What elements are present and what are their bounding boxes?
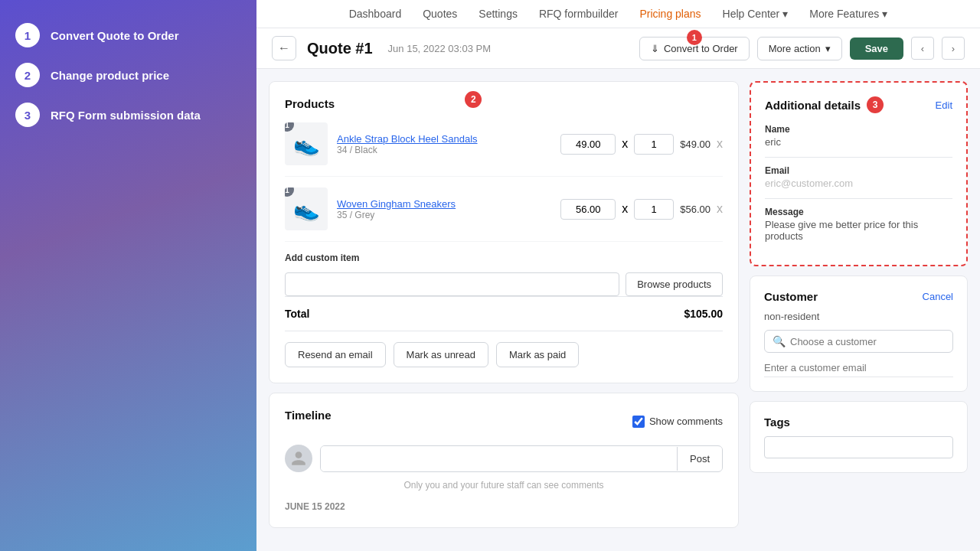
product-name-2[interactable]: Woven Gingham Sneakers — [337, 198, 551, 210]
page-title: Quote #1 — [307, 40, 373, 57]
product-qty-badge-2: 1 — [285, 187, 294, 197]
show-comments-wrap: Show comments — [632, 416, 723, 428]
product-qty-input-1[interactable] — [634, 134, 674, 155]
nav-more-features[interactable]: More Features ▾ — [809, 8, 887, 20]
post-button[interactable]: Post — [677, 447, 722, 471]
resend-email-button[interactable]: Resend an email — [285, 342, 386, 367]
product-variant-1: 34 / Black — [337, 145, 551, 155]
page-header: ← Quote #1 Jun 15, 2022 03:03 PM 1 ⇓ Con… — [256, 28, 980, 69]
show-comments-checkbox[interactable] — [632, 416, 645, 428]
left-panel: Products 2 1 👟 Ankle Strap Block Heel Sa… — [269, 81, 739, 539]
divider-2 — [765, 198, 952, 199]
right-panel: Additional details 3 Edit Name eric Emai… — [750, 81, 968, 539]
convert-badge: 1 — [687, 30, 702, 45]
nav-settings[interactable]: Settings — [479, 8, 518, 20]
tags-card: Tags — [750, 401, 968, 473]
name-field: Name eric — [765, 124, 952, 148]
nav-dashboard[interactable]: Dashboard — [349, 8, 402, 20]
products-card: Products 2 1 👟 Ankle Strap Block Heel Sa… — [269, 81, 739, 383]
times-icon-1: x — [622, 137, 628, 151]
products-title: Products — [285, 97, 335, 110]
browse-products-button[interactable]: Browse products — [626, 272, 723, 296]
name-label: Name — [765, 124, 952, 135]
product-remove-2[interactable]: x — [717, 202, 723, 216]
total-row: Total $105.00 — [285, 296, 723, 331]
product-total-2: $56.00 — [680, 204, 710, 215]
show-comments-label: Show comments — [649, 416, 723, 427]
more-action-button[interactable]: More action ▾ — [757, 37, 842, 60]
save-button[interactable]: Save — [850, 37, 903, 60]
add-custom-section: Add custom item Browse products — [285, 253, 723, 296]
main-content: Dashboard Quotes Settings RFQ formbuilde… — [256, 0, 980, 551]
add-custom-row: Browse products — [285, 272, 723, 296]
comment-input-wrap: Post — [320, 445, 723, 472]
total-value: $105.00 — [684, 308, 723, 320]
customer-title: Customer — [764, 290, 818, 303]
product-remove-1[interactable]: x — [717, 137, 723, 151]
product-qty-badge-1: 1 — [285, 122, 294, 132]
tags-title: Tags — [764, 416, 953, 429]
message-field: Message Please give me better price for … — [765, 207, 952, 242]
content-area: Products 2 1 👟 Ankle Strap Block Heel Sa… — [256, 69, 980, 551]
customer-card: Customer Cancel non-resident 🔍 — [750, 276, 968, 392]
product-row-2: 1 👟 Woven Gingham Sneakers 35 / Grey x $… — [285, 187, 723, 242]
search-icon: 🔍 — [773, 335, 786, 347]
customer-cancel-link[interactable]: Cancel — [923, 291, 953, 302]
nav-rfq-formbuilder[interactable]: RFQ formbuilder — [539, 8, 618, 20]
timeline-card: Timeline Show comments Post Only you — [269, 393, 739, 528]
chevron-down-icon: ▾ — [825, 43, 831, 54]
sidebar-item-rfq[interactable]: 3 RFQ Form submission data — [15, 103, 241, 127]
mark-unread-button[interactable]: Mark as unread — [394, 342, 488, 367]
product-name-1[interactable]: Ankle Strap Block Heel Sandals — [337, 133, 551, 145]
customer-email-input[interactable] — [764, 359, 953, 377]
customer-search-wrap: 🔍 — [764, 330, 953, 353]
additional-badge-3: 3 — [867, 96, 884, 113]
message-value: Please give me better price for this pro… — [765, 219, 952, 242]
header-actions: 1 ⇓ Convert to Order More action ▾ Save … — [639, 37, 965, 60]
additional-details-title: Additional details — [765, 99, 861, 112]
sidebar: 1 Convert Quote to Order 2 Change produc… — [0, 0, 256, 551]
add-custom-label: Add custom item — [285, 253, 723, 263]
page-date: Jun 15, 2022 03:03 PM — [388, 43, 491, 54]
chevron-down-icon: ▾ — [782, 8, 788, 20]
convert-to-order-button[interactable]: 1 ⇓ Convert to Order — [639, 37, 750, 60]
timeline-title: Timeline — [285, 409, 332, 422]
comment-input[interactable] — [321, 446, 677, 471]
step-1-number: 1 — [15, 23, 40, 47]
mark-paid-button[interactable]: Mark as paid — [496, 342, 579, 367]
timeline-header: Timeline Show comments — [285, 409, 723, 434]
product-price-input-2[interactable] — [560, 199, 616, 220]
nav-pricing-plans[interactable]: Pricing plans — [639, 8, 701, 20]
name-value: eric — [765, 136, 952, 148]
customer-header: Customer Cancel — [764, 290, 953, 303]
divider-1 — [765, 157, 952, 158]
additional-details-header: Additional details 3 Edit — [765, 96, 952, 113]
tags-input[interactable] — [764, 436, 953, 458]
sidebar-item-price[interactable]: 2 Change product price — [15, 63, 241, 87]
product-info-2: Woven Gingham Sneakers 35 / Grey — [337, 198, 551, 220]
sidebar-item-convert[interactable]: 1 Convert Quote to Order — [15, 23, 241, 47]
nav-quotes[interactable]: Quotes — [423, 8, 457, 20]
timeline-date: JUNE 15 2022 — [285, 501, 723, 512]
chevron-down-icon: ▾ — [882, 8, 887, 20]
product-row-1: 1 👟 Ankle Strap Block Heel Sandals 34 / … — [285, 122, 723, 177]
email-value: eric@customer.com — [765, 178, 952, 189]
back-button[interactable]: ← — [272, 36, 296, 60]
add-custom-input[interactable] — [285, 272, 619, 296]
nav-help-center[interactable]: Help Center ▾ — [723, 8, 789, 20]
product-price-input-1[interactable] — [560, 134, 616, 155]
product-qty-input-2[interactable] — [634, 199, 674, 220]
edit-link[interactable]: Edit — [936, 99, 952, 111]
additional-details-card: Additional details 3 Edit Name eric Emai… — [750, 81, 968, 266]
email-label: Email — [765, 165, 952, 176]
product-badge-2: 2 — [465, 91, 482, 108]
next-button[interactable]: › — [942, 37, 965, 60]
customer-search-input[interactable] — [790, 336, 945, 347]
sidebar-item-label-price: Change product price — [51, 69, 169, 82]
sidebar-item-label-convert: Convert Quote to Order — [51, 29, 179, 42]
prev-button[interactable]: ‹ — [911, 37, 934, 60]
actions-row: Resend an email Mark as unread Mark as p… — [285, 331, 723, 367]
product-info-1: Ankle Strap Block Heel Sandals 34 / Blac… — [337, 133, 551, 155]
download-icon: ⇓ — [651, 43, 659, 54]
total-label: Total — [285, 308, 309, 320]
